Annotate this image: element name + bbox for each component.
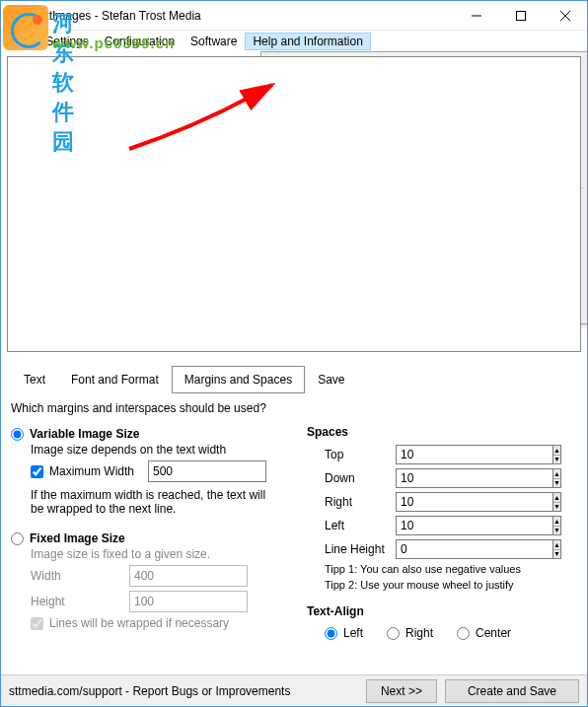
tip-2: Tipp 2: Use your mouse wheel to justify [325, 579, 577, 591]
window-title: TextImages - Stefan Trost Media [31, 9, 454, 23]
menu-file[interactable]: File [3, 33, 37, 50]
input-max-width[interactable] [148, 460, 266, 482]
label-down: Down [307, 471, 396, 485]
variable-sub: Image size depends on the text width [31, 443, 287, 457]
input-top[interactable] [396, 445, 553, 464]
input-height [129, 591, 248, 612]
input-down[interactable] [396, 468, 553, 488]
text-align-heading: Text-Align [307, 604, 577, 618]
label-align-left: Left [343, 626, 363, 640]
spinner-down[interactable]: ▲▼ [553, 468, 561, 488]
spaces-heading: Spaces [307, 425, 577, 439]
form-question: Which margins and interspaces should be … [11, 401, 577, 415]
margins-form: Which margins and interspaces should be … [11, 397, 577, 642]
tab-margins[interactable]: Margins and Spaces [172, 366, 305, 393]
label-right: Right [307, 495, 396, 509]
spinner-lineheight[interactable]: ▲▼ [553, 539, 561, 559]
label-align-right: Right [405, 626, 433, 640]
close-button[interactable] [543, 1, 587, 30]
tab-text[interactable]: Text [11, 366, 58, 393]
input-lineheight[interactable] [396, 539, 553, 559]
menu-settings[interactable]: Settings [37, 33, 96, 50]
radio-align-left[interactable] [325, 627, 337, 640]
minimize-button[interactable] [454, 1, 498, 30]
label-variable-size: Variable Image Size [30, 427, 139, 441]
menubar: File Settings Configuration Software Hel… [1, 31, 587, 52]
statusbar: sttmedia.com/support - Report Bugs or Im… [1, 674, 587, 706]
status-text: sttmedia.com/support - Report Bugs or Im… [9, 684, 358, 698]
label-fixed-size: Fixed Image Size [30, 531, 125, 545]
fixed-sub: Image size is fixed to a given size. [31, 547, 287, 561]
label-align-center: Center [476, 626, 511, 640]
window-buttons [454, 1, 587, 30]
text-preview-area[interactable] [7, 56, 581, 352]
radio-variable-size[interactable] [11, 428, 24, 441]
variable-hint: If the maximum width is reached, the tex… [31, 488, 267, 516]
label-width: Width [31, 569, 129, 583]
spinner-top[interactable]: ▲▼ [553, 445, 561, 464]
menu-help[interactable]: Help and Information [245, 33, 370, 50]
input-left[interactable] [396, 516, 553, 535]
menu-configuration[interactable]: Configuration [97, 33, 183, 50]
next-button[interactable]: Next >> [366, 679, 437, 703]
spinner-left[interactable]: ▲▼ [553, 516, 561, 535]
menu-software[interactable]: Software [183, 33, 245, 50]
label-lineheight: Line Height [307, 542, 396, 556]
label-max-width: Maximum Width [49, 464, 148, 478]
titlebar: T TextImages - Stefan Trost Media [1, 1, 587, 31]
input-width [129, 565, 248, 587]
radio-align-right[interactable] [387, 627, 400, 640]
maximize-button[interactable] [498, 1, 543, 30]
svg-rect-1 [516, 11, 525, 20]
tip-1: Tipp 1: You can also use negative values [325, 563, 577, 575]
checkbox-max-width[interactable] [31, 465, 43, 478]
create-save-button[interactable]: Create and Save [445, 679, 579, 703]
spinner-right[interactable]: ▲▼ [553, 492, 561, 512]
label-top: Top [307, 448, 396, 461]
app-icon: T [9, 8, 25, 24]
label-left: Left [307, 519, 396, 532]
settings-tabs: Text Font and Format Margins and Spaces … [11, 366, 358, 393]
checkbox-wrap [31, 617, 43, 630]
tab-font[interactable]: Font and Format [58, 366, 172, 393]
label-height: Height [31, 595, 129, 608]
radio-align-center[interactable] [457, 627, 470, 640]
radio-fixed-size[interactable] [11, 532, 24, 545]
label-wrap: Lines will be wrapped if necessary [49, 616, 229, 630]
input-right[interactable] [396, 492, 553, 512]
tab-save[interactable]: Save [305, 366, 357, 393]
